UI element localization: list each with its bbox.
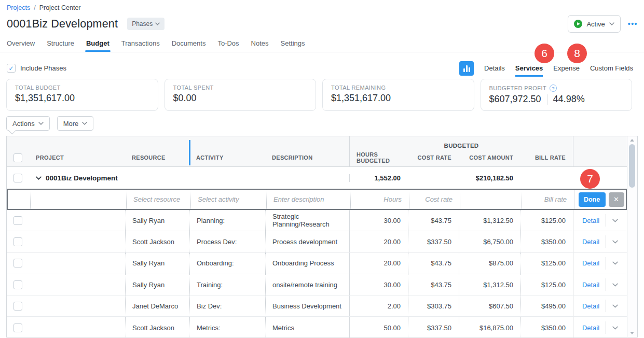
activity-cell[interactable]: Onboarding: [189,253,265,274]
row-checkbox[interactable] [13,174,22,182]
include-phases-checkbox[interactable]: ✓ [7,64,16,73]
description-cell[interactable]: Strategic Planning/Research [265,210,349,231]
tab-services[interactable]: Services [515,61,543,76]
col-cost-rate[interactable]: COST RATE [408,149,459,166]
row-checkbox[interactable] [13,280,22,289]
tab-transactions[interactable]: Transactions [121,39,160,52]
cost-rate-cell[interactable]: $337.50 [408,317,459,338]
description-input[interactable]: Enter description [266,190,350,209]
project-expand-toggle[interactable]: 0001Biz Development [29,174,349,182]
hours-cell[interactable]: 50.00 [349,317,408,338]
col-activity[interactable]: ACTIVITY [189,149,265,166]
tab-budget[interactable]: Budget [86,39,109,52]
row-expand-chevron[interactable] [612,219,618,222]
cost-rate-cell[interactable]: $337.50 [408,231,459,252]
hours-cell[interactable]: 20.00 [349,253,408,274]
resource-cell[interactable]: Janet DeMarco [125,295,189,316]
col-project[interactable]: PROJECT [29,149,125,166]
vertical-scrollbar[interactable] [627,136,637,337]
row-checkbox[interactable] [13,259,22,267]
resource-cell[interactable]: Sally Ryan [125,274,189,295]
description-cell[interactable]: Process development [265,231,349,252]
help-icon[interactable]: ? [550,84,557,92]
detail-link[interactable]: Detail [582,324,599,332]
tab-todos[interactable]: To-Dos [217,39,239,52]
row-checkbox[interactable] [13,302,22,311]
row-expand-chevron[interactable] [612,304,618,308]
more-dropdown[interactable]: More [57,116,94,131]
phases-dropdown[interactable]: Phases [127,18,165,30]
activity-select[interactable]: Select activity [190,190,266,209]
bill-rate-cell[interactable]: $350.00 [520,317,573,338]
cost-amount-cell[interactable]: $607.50 [459,295,520,316]
bill-rate-cell[interactable]: $495.00 [520,295,573,316]
detail-link[interactable]: Detail [582,238,599,246]
cost-amount-cell[interactable]: $16,875.00 [459,317,520,338]
hours-cell[interactable]: 30.00 [349,274,408,295]
row-expand-chevron[interactable] [612,240,618,244]
cost-rate-input[interactable]: Cost rate [409,190,460,209]
col-bill-rate[interactable]: BILL RATE [520,149,573,166]
col-cost-amount[interactable]: COST AMOUNT [459,149,520,166]
tab-documents[interactable]: Documents [172,39,206,52]
tab-settings[interactable]: Settings [281,39,305,52]
activity-cell[interactable]: Process Dev: [189,231,265,252]
overflow-menu-button[interactable]: ••• [628,20,638,28]
bill-rate-cell[interactable]: $125.00 [520,274,573,295]
col-description[interactable]: DESCRIPTION [265,149,349,166]
scroll-up-arrow[interactable] [630,139,634,142]
col-hours-budgeted[interactable]: HOURS BUDGETED [349,149,408,166]
scroll-down-arrow[interactable] [630,332,634,334]
activity-cell[interactable]: Planning: [189,210,265,231]
description-cell[interactable]: Onboarding Process [265,253,349,274]
cost-amount-cell[interactable]: $1,312.50 [459,274,520,295]
row-checkbox[interactable] [13,237,22,246]
resource-cell[interactable]: Sally Ryan [125,210,189,231]
resource-select[interactable]: Select resource [126,190,190,209]
row-expand-chevron[interactable] [612,283,618,287]
cost-amount-cell[interactable]: $1,312.50 [459,210,520,231]
cost-amount-cell[interactable]: $6,750.00 [459,231,520,252]
description-cell[interactable]: Business Development [265,295,349,316]
cancel-button[interactable]: ✕ [609,192,624,207]
cost-rate-cell[interactable]: $43.75 [408,253,459,274]
select-all-checkbox[interactable] [13,153,22,162]
status-dropdown[interactable]: Active [568,15,620,33]
cost-rate-cell[interactable]: $43.75 [408,274,459,295]
bill-rate-cell[interactable]: $350.00 [520,231,573,252]
resource-cell[interactable]: Sally Ryan [125,253,189,274]
tab-overview[interactable]: Overview [7,39,35,52]
row-checkbox[interactable] [13,216,22,225]
tab-custom-fields[interactable]: Custom Fields [590,61,633,76]
cost-rate-cell[interactable]: $303.75 [408,295,459,316]
tab-notes[interactable]: Notes [251,39,269,52]
activity-cell[interactable]: Metrics: [189,317,265,338]
bill-rate-input[interactable]: Bill rate [522,190,574,209]
col-resource[interactable]: RESOURCE [125,149,189,166]
cost-amount-cell[interactable]: $875.00 [459,253,520,274]
bill-rate-cell[interactable]: $125.00 [520,253,573,274]
chart-view-button[interactable] [459,61,474,76]
detail-link[interactable]: Detail [582,302,599,310]
row-expand-chevron[interactable] [612,261,618,265]
scrollbar-thumb[interactable] [629,144,635,188]
tab-details[interactable]: Details [484,61,505,76]
breadcrumb-projects-link[interactable]: Projects [7,4,30,11]
hours-cell[interactable]: 20.00 [349,231,408,252]
row-expand-chevron[interactable] [612,326,618,330]
hours-cell[interactable]: 30.00 [349,210,408,231]
row-checkbox[interactable] [13,323,22,332]
resource-cell[interactable]: Scott Jackson [125,231,189,252]
hours-input[interactable]: Hours [350,190,409,209]
description-cell[interactable]: Metrics [265,317,349,338]
cost-rate-cell[interactable]: $43.75 [408,210,459,231]
hours-cell[interactable]: 2.00 [349,295,408,316]
bill-rate-cell[interactable]: $125.00 [520,210,573,231]
project-input[interactable] [30,190,126,209]
detail-link[interactable]: Detail [582,259,599,267]
detail-link[interactable]: Detail [582,217,599,224]
detail-link[interactable]: Detail [582,281,599,289]
done-button[interactable]: Done [579,192,606,207]
description-cell[interactable]: onsite/remote training [265,274,349,295]
activity-cell[interactable]: Biz Dev: [189,295,265,316]
